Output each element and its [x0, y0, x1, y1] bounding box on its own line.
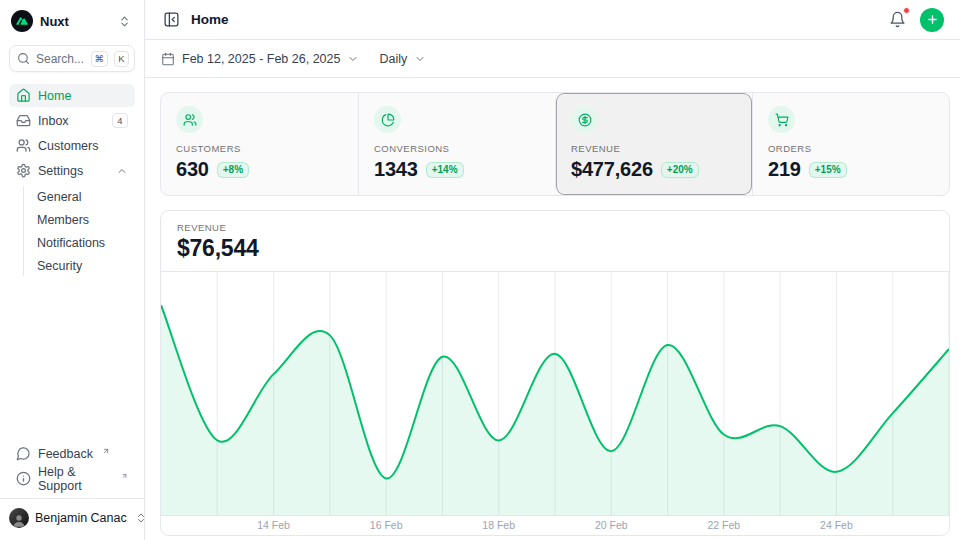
cart-icon [768, 106, 795, 133]
sidebar-item-general[interactable]: General [33, 186, 135, 207]
kbd-k: K [114, 51, 129, 67]
search-icon [17, 52, 30, 65]
content: CUSTOMERS 630 +8% CONVERSIONS 1343 +14% [145, 78, 960, 540]
user-name: Benjamin Canac [35, 511, 127, 525]
bell-icon [889, 11, 906, 28]
plus-icon [926, 13, 939, 26]
external-link-icon [121, 472, 128, 480]
date-range-button[interactable]: Feb 12, 2025 - Feb 26, 2025 [161, 52, 359, 66]
main-area: Home Feb 12, 2025 - Feb 26, 2025 Daily [145, 0, 960, 540]
chevron-up-icon [116, 165, 128, 177]
topbar: Home [145, 0, 960, 40]
revenue-chart [161, 272, 949, 515]
chart-header: REVENUE $76,544 [161, 211, 949, 272]
sidebar: Nuxt Search... ⌘ K Home Inbox 4 Customer… [0, 0, 145, 540]
inbox-icon [16, 113, 31, 128]
x-axis-label: 16 Feb [370, 519, 403, 531]
dollar-circle-icon [571, 106, 598, 133]
x-axis-label: 22 Feb [707, 519, 740, 531]
info-circle-icon [16, 471, 31, 486]
delta-badge: +15% [809, 162, 847, 178]
sidebar-item-help-support[interactable]: Help & Support [9, 467, 135, 490]
pie-chart-icon [374, 106, 401, 133]
nuxt-logo-icon [11, 10, 33, 32]
sidebar-item-security[interactable]: Security [33, 255, 135, 276]
chevrons-up-down-icon [116, 13, 133, 30]
inbox-count-badge: 4 [112, 113, 128, 128]
sidebar-footer: Feedback Help & Support [9, 442, 135, 498]
revenue-chart-card: REVENUE $76,544 14 Feb16 Feb18 Feb20 Feb… [160, 210, 950, 536]
x-axis-label: 14 Feb [257, 519, 290, 531]
sidebar-item-home[interactable]: Home [9, 84, 135, 107]
stat-card-conversions[interactable]: CONVERSIONS 1343 +14% [358, 93, 555, 195]
external-link-icon [102, 447, 110, 455]
x-axis-label: 20 Feb [595, 519, 628, 531]
collapse-sidebar-button[interactable] [161, 9, 182, 30]
add-button[interactable] [920, 8, 944, 32]
delta-badge: +8% [217, 162, 249, 178]
page-title: Home [191, 12, 229, 27]
stat-card-customers[interactable]: CUSTOMERS 630 +8% [161, 93, 358, 195]
stat-card-revenue[interactable]: REVENUE $477,626 +20% [555, 93, 752, 195]
search-input[interactable]: Search... ⌘ K [9, 45, 135, 72]
user-menu[interactable]: Benjamin Canac [0, 498, 144, 532]
sidebar-item-notifications[interactable]: Notifications [33, 232, 135, 253]
users-icon [176, 106, 203, 133]
settings-submenu: General Members Notifications Security [23, 186, 135, 276]
sidebar-item-inbox[interactable]: Inbox 4 [9, 109, 135, 132]
panel-left-close-icon [163, 11, 180, 28]
delta-badge: +20% [661, 162, 699, 178]
sidebar-item-members[interactable]: Members [33, 209, 135, 230]
notifications-button[interactable] [887, 9, 908, 30]
delta-badge: +14% [426, 162, 464, 178]
revenue-area-chart[interactable] [161, 272, 949, 516]
workspace-name: Nuxt [40, 14, 109, 29]
workspace-switcher[interactable]: Nuxt [9, 10, 135, 32]
sidebar-nav: Home Inbox 4 Customers Settings General … [9, 84, 135, 442]
sidebar-item-feedback[interactable]: Feedback [9, 442, 135, 465]
message-circle-icon [16, 446, 31, 461]
chevron-down-icon [347, 53, 359, 65]
filters-bar: Feb 12, 2025 - Feb 26, 2025 Daily [145, 40, 960, 78]
stats-row: CUSTOMERS 630 +8% CONVERSIONS 1343 +14% [160, 92, 950, 196]
calendar-icon [161, 52, 175, 66]
chart-total-value: $76,544 [177, 235, 933, 262]
notification-dot [903, 7, 910, 14]
avatar [9, 508, 29, 528]
x-axis-label: 18 Feb [482, 519, 515, 531]
home-icon [16, 88, 31, 103]
sidebar-item-customers[interactable]: Customers [9, 134, 135, 157]
kbd-cmd: ⌘ [91, 51, 109, 67]
chevron-down-icon [414, 53, 426, 65]
search-placeholder: Search... [36, 52, 85, 66]
chart-kicker: REVENUE [177, 222, 933, 233]
granularity-select[interactable]: Daily [379, 52, 426, 66]
x-axis-label: 24 Feb [820, 519, 853, 531]
users-icon [16, 138, 31, 153]
gear-icon [16, 163, 31, 178]
x-axis-labels: 14 Feb16 Feb18 Feb20 Feb22 Feb24 Feb [161, 516, 949, 535]
stat-card-orders[interactable]: ORDERS 219 +15% [752, 93, 949, 195]
sidebar-item-settings[interactable]: Settings [9, 159, 135, 182]
